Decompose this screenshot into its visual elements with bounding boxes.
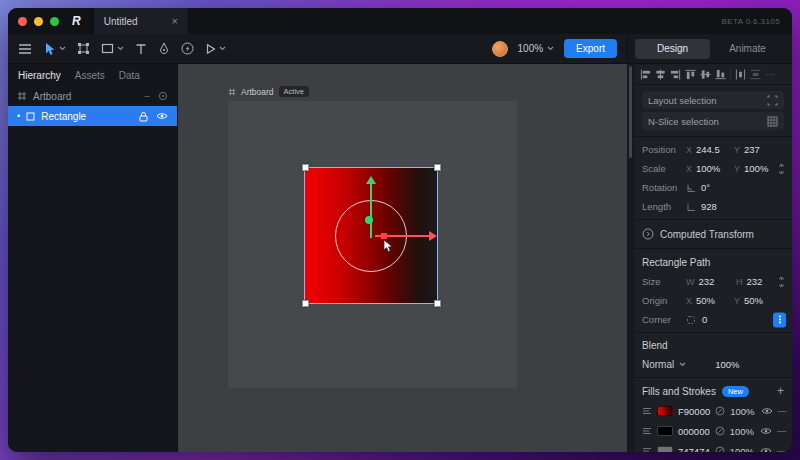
scrollbar-thumb[interactable] bbox=[629, 66, 632, 158]
scale-x-input[interactable]: 100% bbox=[696, 163, 734, 174]
eye-icon[interactable] bbox=[760, 447, 772, 452]
fill-row[interactable]: 747474 100% — bbox=[634, 441, 792, 452]
color-swatch[interactable] bbox=[657, 406, 673, 416]
origin-row: Origin X 50% Y 50% bbox=[634, 291, 792, 310]
origin-x-input[interactable]: 50% bbox=[696, 295, 734, 306]
tree-item-artboard[interactable]: Artboard − bbox=[8, 86, 177, 106]
corner-input[interactable]: 0 bbox=[702, 314, 740, 325]
transform-tool-button[interactable] bbox=[77, 42, 90, 55]
close-window-button[interactable] bbox=[18, 17, 27, 26]
close-tab-icon[interactable]: × bbox=[172, 15, 178, 27]
minimize-window-button[interactable] bbox=[34, 17, 43, 26]
pen-tool-button[interactable] bbox=[158, 42, 170, 55]
blend-mode-dropdown[interactable]: Normal bbox=[642, 359, 674, 370]
tab-data[interactable]: Data bbox=[119, 70, 140, 81]
fill-hex-value[interactable]: F90000 bbox=[678, 406, 710, 417]
fill-hex-value[interactable]: 747474 bbox=[678, 446, 710, 453]
gizmo-y-axis[interactable] bbox=[370, 184, 372, 238]
align-top-icon[interactable] bbox=[685, 69, 696, 80]
state-machine-icon[interactable] bbox=[181, 42, 194, 55]
link-size-icon[interactable] bbox=[777, 276, 786, 288]
align-left-icon[interactable] bbox=[640, 69, 651, 80]
tab-hierarchy[interactable]: Hierarchy bbox=[18, 70, 61, 81]
export-button[interactable]: Export bbox=[564, 39, 617, 58]
canvas[interactable]: Artboard Active bbox=[178, 64, 627, 452]
fill-hex-value[interactable]: 000000 bbox=[678, 426, 710, 437]
origin-handle[interactable] bbox=[365, 216, 373, 224]
drag-handle-icon[interactable] bbox=[642, 427, 652, 435]
fill-menu-icon[interactable]: — bbox=[778, 406, 787, 416]
fill-opacity-input[interactable]: 100% bbox=[730, 406, 754, 417]
drag-handle-icon[interactable] bbox=[642, 447, 652, 452]
artboard-header[interactable]: Artboard Active bbox=[228, 86, 309, 97]
text-tool-button[interactable] bbox=[135, 43, 147, 55]
tab-animate[interactable]: Animate bbox=[710, 39, 785, 59]
length-label: Length bbox=[642, 201, 686, 212]
shape-tool-button[interactable] bbox=[101, 42, 124, 55]
corner-options-toggle[interactable] bbox=[773, 312, 786, 327]
target-icon[interactable] bbox=[158, 91, 168, 101]
play-tool-button[interactable] bbox=[205, 43, 226, 55]
w-axis-label: W bbox=[686, 277, 695, 287]
tab-design[interactable]: Design bbox=[635, 39, 710, 59]
align-middle-v-icon[interactable] bbox=[700, 69, 711, 80]
align-overflow-icon[interactable]: ⋯ bbox=[765, 69, 775, 80]
distribute-v-icon[interactable] bbox=[750, 69, 761, 80]
style-link-icon[interactable] bbox=[715, 406, 725, 416]
x-axis-label: X bbox=[686, 296, 692, 306]
align-center-h-icon[interactable] bbox=[655, 69, 666, 80]
fill-row[interactable]: 000000 100% — bbox=[634, 421, 792, 441]
position-x-input[interactable]: 244.5 bbox=[696, 144, 734, 155]
x-axis-label: X bbox=[686, 145, 692, 155]
origin-label: Origin bbox=[642, 295, 686, 306]
lock-icon[interactable] bbox=[139, 111, 148, 122]
drag-handle-icon[interactable] bbox=[642, 407, 652, 415]
blend-opacity-input[interactable]: 100% bbox=[715, 359, 739, 370]
style-link-icon[interactable] bbox=[715, 446, 725, 452]
inspector-scrollbar[interactable] bbox=[627, 64, 634, 452]
corner-link-icon[interactable] bbox=[686, 315, 696, 325]
computed-transform-row[interactable]: Computed Transform bbox=[634, 223, 792, 245]
zoom-window-button[interactable] bbox=[50, 17, 59, 26]
corner-handle-tr[interactable] bbox=[434, 164, 441, 171]
size-label: Size bbox=[642, 276, 686, 287]
app-logo: R bbox=[72, 14, 81, 28]
computed-transform-section: Computed Transform bbox=[634, 220, 792, 249]
position-y-input[interactable]: 237 bbox=[744, 144, 782, 155]
chevron-down-icon bbox=[219, 46, 226, 51]
color-swatch[interactable] bbox=[657, 426, 673, 436]
fill-opacity-input[interactable]: 100% bbox=[730, 426, 754, 437]
eye-icon[interactable] bbox=[760, 427, 772, 435]
eye-icon[interactable] bbox=[761, 407, 773, 415]
layout-selection-button[interactable]: Layout selection bbox=[642, 91, 784, 109]
tab-assets[interactable]: Assets bbox=[75, 70, 105, 81]
corner-handle-bl[interactable] bbox=[302, 300, 309, 307]
origin-y-input[interactable]: 50% bbox=[744, 295, 782, 306]
nslice-selection-button[interactable]: N-Slice selection bbox=[642, 112, 784, 130]
align-right-icon[interactable] bbox=[670, 69, 681, 80]
fill-row[interactable]: F90000 100% — bbox=[634, 401, 792, 421]
select-tool-button[interactable] bbox=[43, 42, 66, 56]
corner-handle-tl[interactable] bbox=[302, 164, 309, 171]
menu-icon[interactable] bbox=[18, 43, 32, 55]
add-fill-button[interactable]: + bbox=[777, 384, 784, 398]
color-swatch[interactable] bbox=[657, 446, 673, 452]
link-scale-icon[interactable] bbox=[777, 163, 786, 175]
corner-handle-br[interactable] bbox=[434, 300, 441, 307]
remove-icon[interactable]: − bbox=[144, 91, 150, 102]
fill-opacity-input[interactable]: 100% bbox=[730, 446, 754, 453]
size-w-input[interactable]: 232 bbox=[699, 276, 737, 287]
file-tab[interactable]: Untitled × bbox=[93, 8, 189, 34]
length-input[interactable]: 928 bbox=[701, 201, 739, 212]
fill-menu-icon[interactable]: — bbox=[777, 426, 786, 436]
avatar[interactable] bbox=[492, 41, 508, 57]
fill-menu-icon[interactable]: — bbox=[777, 446, 786, 452]
style-link-icon[interactable] bbox=[715, 426, 725, 436]
eye-icon[interactable] bbox=[156, 112, 168, 120]
distribute-h-icon[interactable] bbox=[735, 69, 746, 80]
zoom-dropdown[interactable]: 100% bbox=[518, 43, 555, 54]
corner-row: Corner 0 bbox=[634, 310, 792, 329]
align-bottom-icon[interactable] bbox=[715, 69, 726, 80]
rotation-input[interactable]: 0° bbox=[701, 182, 739, 193]
tree-item-rectangle[interactable]: • Rectangle bbox=[8, 106, 177, 126]
